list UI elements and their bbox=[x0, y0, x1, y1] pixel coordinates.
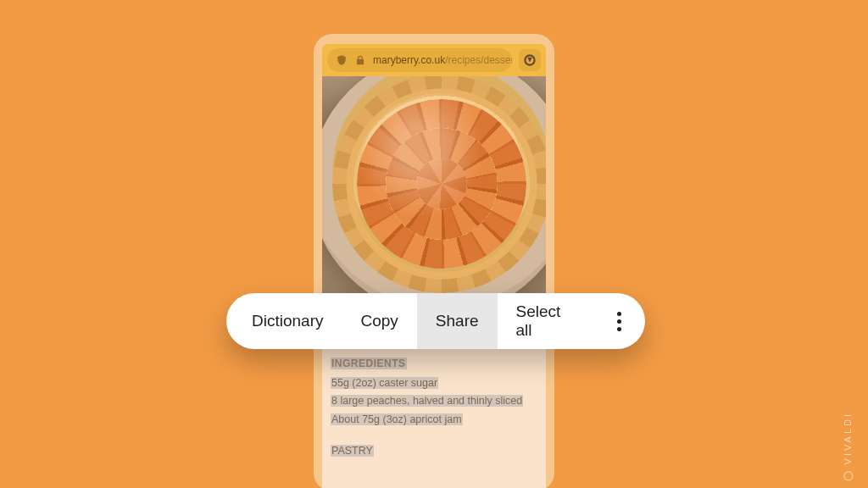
brand-watermark: VIVALDI bbox=[843, 412, 853, 480]
pastry-heading[interactable]: PASTRY bbox=[331, 445, 374, 457]
ingredient-line[interactable]: About 75g (3oz) apricot jam bbox=[331, 413, 463, 425]
phone-screen: maryberry.co.uk/recipes/desserts/g GLAZE… bbox=[322, 44, 546, 488]
phone-frame: maryberry.co.uk/recipes/desserts/g GLAZE… bbox=[314, 34, 554, 488]
url-text: maryberry.co.uk/recipes/desserts/g bbox=[373, 54, 512, 66]
recipe-hero-image bbox=[322, 76, 546, 297]
copyright-icon bbox=[843, 471, 853, 480]
ingredients-heading[interactable]: INGREDIENTS bbox=[331, 358, 407, 369]
text-selection-toolbar: Dictionary Copy Share Select all bbox=[226, 293, 645, 349]
browser-url-bar: maryberry.co.uk/recipes/desserts/g bbox=[322, 44, 546, 76]
share-button[interactable]: Share bbox=[417, 293, 498, 349]
ingredients-list: 55g (2oz) caster sugar 8 large peaches, … bbox=[331, 375, 537, 428]
address-pill[interactable]: maryberry.co.uk/recipes/desserts/g bbox=[327, 48, 512, 72]
select-all-button[interactable]: Select all bbox=[498, 293, 594, 349]
shield-icon bbox=[336, 54, 348, 66]
vivaldi-badge[interactable] bbox=[519, 49, 541, 71]
lock-icon bbox=[354, 54, 366, 66]
overflow-button[interactable] bbox=[594, 293, 645, 349]
watermark-text: VIVALDI bbox=[843, 412, 853, 464]
ingredient-line[interactable]: 55g (2oz) caster sugar bbox=[331, 377, 438, 389]
copy-button[interactable]: Copy bbox=[342, 293, 416, 349]
vivaldi-logo-icon bbox=[523, 53, 537, 67]
more-vertical-icon bbox=[617, 312, 621, 331]
ingredient-line[interactable]: 8 large peaches, halved and thinly slice… bbox=[331, 395, 523, 407]
dictionary-button[interactable]: Dictionary bbox=[226, 293, 342, 349]
